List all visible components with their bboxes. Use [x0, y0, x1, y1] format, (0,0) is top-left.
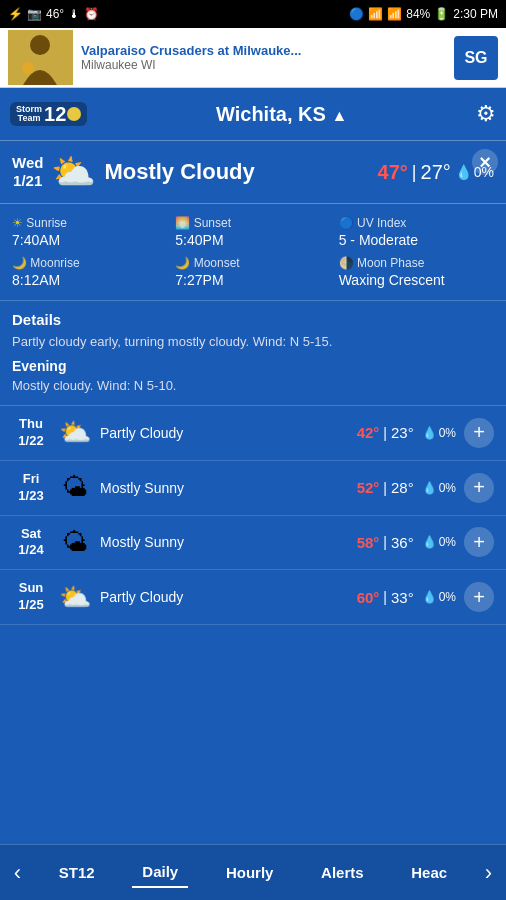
camera-icon: 📷	[27, 7, 42, 21]
app-logo: Storm Team 12	[10, 102, 87, 126]
nav-item-st12[interactable]: ST12	[49, 858, 105, 887]
nav-next-button[interactable]: ›	[485, 860, 492, 886]
forecast-hi-0: 42°	[357, 424, 380, 441]
moonrise-label: Moonrise	[30, 256, 79, 270]
forecast-date-0: 1/22	[12, 433, 50, 450]
forecast-row-thu[interactable]: Thu 1/22 ⛅ Partly Cloudy 42° | 23° 💧0% +	[0, 406, 506, 461]
forecast-precip-3: 💧0%	[422, 590, 456, 604]
nav-prev-button[interactable]: ‹	[14, 860, 21, 886]
logo-text: Storm Team	[16, 105, 42, 123]
moonrise-item: 🌙 Moonrise 8:12AM	[12, 256, 167, 288]
forecast-precip-val-3: 0%	[439, 590, 456, 604]
nav-item-daily[interactable]: Daily	[132, 857, 188, 888]
usb-icon: ⚡	[8, 7, 23, 21]
nav-item-alerts[interactable]: Alerts	[311, 858, 374, 887]
forecast-temps-1: 52° | 28° 💧0%	[357, 479, 456, 496]
forecast-lo-1: 28°	[391, 479, 414, 496]
nav-item-hourly[interactable]: Hourly	[216, 858, 284, 887]
ad-logo: SG	[454, 36, 498, 80]
moonset-item: 🌙 Moonset 7:27PM	[175, 256, 330, 288]
moon-phase-icon: 🌗	[339, 256, 354, 270]
today-date: Wed 1/21	[12, 154, 43, 190]
forecast-row-sun[interactable]: Sun 1/25 ⛅ Partly Cloudy 60° | 33° 💧0% +	[0, 570, 506, 625]
ad-subtitle: Milwaukee WI	[81, 58, 446, 72]
forecast-day-3: Sun	[12, 580, 50, 597]
sunset-value: 5:40PM	[175, 232, 330, 248]
forecast-day-1: Fri	[12, 471, 50, 488]
details-heading: Details	[12, 311, 494, 328]
forecast-date-2: 1/24	[12, 542, 50, 559]
forecast-date-fri: Fri 1/23	[12, 471, 50, 505]
forecast-date-sun: Sun 1/25	[12, 580, 50, 614]
uv-label: UV Index	[357, 216, 406, 230]
temperature-reading: 46°	[46, 7, 64, 21]
sunrise-value: 7:40AM	[12, 232, 167, 248]
close-button[interactable]: ×	[472, 149, 498, 175]
svg-point-2	[22, 62, 34, 74]
forecast-condition-2: Mostly Sunny	[100, 534, 349, 550]
moonset-value: 7:27PM	[175, 272, 330, 288]
forecast-row-fri[interactable]: Fri 1/23 🌤 Mostly Sunny 52° | 28° 💧0% +	[0, 461, 506, 516]
expand-button-1[interactable]: +	[464, 473, 494, 503]
details-evening-text: Mostly cloudy. Wind: N 5-10.	[12, 376, 494, 396]
expand-button-3[interactable]: +	[464, 582, 494, 612]
temp-separator: |	[412, 162, 417, 183]
forecast-condition-3: Partly Cloudy	[100, 589, 349, 605]
forecast-icon-2: 🌤	[58, 527, 92, 558]
moonrise-value: 8:12AM	[12, 272, 167, 288]
ad-banner[interactable]: Valparaiso Crusaders at Milwauke... Milw…	[0, 28, 506, 88]
nav-item-head[interactable]: Heac	[401, 858, 457, 887]
forecast-day-2: Sat	[12, 526, 50, 543]
clock-time: 2:30 PM	[453, 7, 498, 21]
uv-value: 5 - Moderate	[339, 232, 494, 248]
status-bar: ⚡ 📷 46° 🌡 ⏰ 🔵 📶 📶 84% 🔋 2:30 PM	[0, 0, 506, 28]
sunset-item: 🌅 Sunset 5:40PM	[175, 216, 330, 248]
forecast-icon-3: ⛅	[58, 582, 92, 613]
logo-badge	[67, 107, 81, 121]
bluetooth-icon: 🔵	[349, 7, 364, 21]
forecast-sep-1: |	[383, 480, 387, 496]
status-right: 🔵 📶 📶 84% 🔋 2:30 PM	[349, 7, 498, 21]
forecast-sep-3: |	[383, 589, 387, 605]
forecast-condition-0: Partly Cloudy	[100, 425, 349, 441]
moonset-label: Moonset	[194, 256, 240, 270]
forecast-icon-1: 🌤	[58, 472, 92, 503]
today-card: Wed 1/21 ⛅ Mostly Cloudy 47° | 27° 💧 0% …	[0, 140, 506, 204]
today-day: Wed	[12, 154, 43, 172]
forecast-precip-val-1: 0%	[439, 481, 456, 495]
forecast-precip-0: 💧0%	[422, 426, 456, 440]
moon-phase-label: Moon Phase	[357, 256, 424, 270]
app-title: Wichita, KS ▲	[95, 103, 468, 126]
forecast-temps-3: 60° | 33° 💧0%	[357, 589, 456, 606]
forecast-hi-1: 52°	[357, 479, 380, 496]
forecast-precip-1: 💧0%	[422, 481, 456, 495]
uv-icon: 🔵	[339, 216, 354, 230]
forecast-temps-0: 42° | 23° 💧0%	[357, 424, 456, 441]
forecast-sep-0: |	[383, 425, 387, 441]
forecast-date-thu: Thu 1/22	[12, 416, 50, 450]
forecast-date-3: 1/25	[12, 597, 50, 614]
app-header: Storm Team 12 Wichita, KS ▲ ⚙	[0, 88, 506, 140]
settings-icon[interactable]: ⚙	[476, 101, 496, 127]
details-main-text: Partly cloudy early, turning mostly clou…	[12, 332, 494, 352]
expand-button-2[interactable]: +	[464, 527, 494, 557]
forecast-lo-3: 33°	[391, 589, 414, 606]
city-name: Wichita, KS	[216, 103, 326, 125]
forecast-row-sat[interactable]: Sat 1/24 🌤 Mostly Sunny 58° | 36° 💧0% +	[0, 516, 506, 571]
expand-button-0[interactable]: +	[464, 418, 494, 448]
wifi-icon: 📶	[368, 7, 383, 21]
sun-moon-grid: ☀ Sunrise 7:40AM 🌅 Sunset 5:40PM 🔵 UV In…	[0, 204, 506, 301]
today-low-temp: 27°	[421, 161, 451, 184]
weather-details-section: Details Partly cloudy early, turning mos…	[0, 301, 506, 406]
moonrise-icon: 🌙	[12, 256, 27, 270]
today-header: Wed 1/21 ⛅ Mostly Cloudy 47° | 27° 💧 0%	[12, 151, 494, 193]
battery-icon: 🔋	[434, 7, 449, 21]
today-weather-icon: ⛅	[51, 151, 96, 193]
evening-heading: Evening	[12, 358, 494, 374]
sunrise-icon: ☀	[12, 216, 23, 230]
forecast-day-0: Thu	[12, 416, 50, 433]
forecast-precip-val-2: 0%	[439, 535, 456, 549]
forecast-lo-2: 36°	[391, 534, 414, 551]
forecast-precip-2: 💧0%	[422, 535, 456, 549]
forecast-sep-2: |	[383, 534, 387, 550]
